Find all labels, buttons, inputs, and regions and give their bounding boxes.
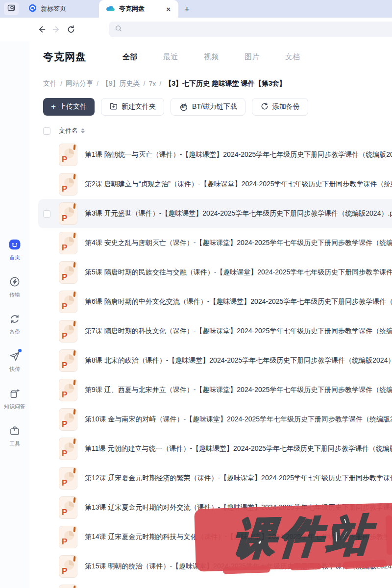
toolbar: + 上传文件 新建文件夹 BT <box>29 88 392 116</box>
tab-search-icon <box>7 4 15 14</box>
sidebar-item-knowledge-qa[interactable]: 知识问答 <box>0 387 29 410</box>
backup-circle-icon <box>260 102 269 112</box>
sidebar-item-home[interactable]: 首页 <box>0 238 29 261</box>
table-row[interactable]: P 第1课 隋朝统一与灭亡（课件）-【趣味课堂】2024-2025学年七年级历史… <box>38 140 392 170</box>
tab-video[interactable]: 视频 <box>204 52 219 62</box>
breadcrumb-item[interactable]: 7x <box>148 80 156 88</box>
table-row[interactable]: P 第8课 北宋的政治（课件）-【趣味课堂】2024-2025学年七年级历史下册… <box>38 346 392 375</box>
bt-download-label: BT/磁力链下载 <box>192 102 237 111</box>
watermark-text: 课件站 <box>227 506 376 568</box>
browser-navbar <box>0 18 392 41</box>
tab-title: 夸克网盘 <box>119 4 161 13</box>
upload-file-button[interactable]: + 上传文件 <box>43 98 95 116</box>
browser-tab-quark-drive[interactable]: 夸克网盘 × <box>99 0 178 18</box>
sidebar: 首页 传输 备份 <box>0 41 29 588</box>
forward-button[interactable] <box>49 22 64 37</box>
table-row[interactable]: P 第12课 辽宋夏金元时期经济的繁荣（课件）-【趣味课堂】2024-2025学… <box>38 464 392 493</box>
cloud-drive-icon <box>106 5 115 13</box>
file-name: 第9课 辽、西夏与北宋并立（课件）-【趣味课堂】2024-2025学年七年级历史… <box>85 386 392 394</box>
transfer-icon <box>8 275 21 288</box>
breadcrumb-item[interactable]: 网站分享 <box>66 79 93 88</box>
view-tabs: 全部 最近 视频 图片 文档 <box>122 52 300 62</box>
ppt-file-icon: P <box>59 555 77 578</box>
file-name: 第6课 隋唐时期的中外文化交流（课件）-【趣味课堂】2024-2025学年七年级… <box>85 297 392 306</box>
ppt-file-icon: P <box>59 379 77 401</box>
ppt-file-icon: P <box>59 261 77 284</box>
bt-icon-label: BT <box>179 105 189 108</box>
sort-icon[interactable] <box>81 128 85 133</box>
ppt-file-icon: P <box>59 349 77 372</box>
ppt-file-icon: P <box>59 467 77 490</box>
bt-magnet-download-button[interactable]: BT BT/磁力链下载 <box>171 98 245 116</box>
file-name: 第11课 元朝的建立与统一（课件）-【趣味课堂】2024-2025学年七年级历史… <box>85 444 392 453</box>
sidebar-item-tools[interactable]: 工具 <box>0 424 29 447</box>
file-name: 第10课 金与南宋的对峙（课件）-【趣味课堂】2024-2025学年七年级历史下… <box>85 415 392 424</box>
sidebar-item-quick-send[interactable]: 快传 <box>0 350 29 373</box>
toolbox-icon <box>8 424 21 437</box>
file-name: 第4课 安史之乱与唐朝灭亡（课件）-【趣味课堂】2024-2025学年七年级历史… <box>85 239 392 247</box>
row-checkbox[interactable] <box>43 210 50 218</box>
breadcrumb-item[interactable]: 【9】历史类 <box>102 79 140 88</box>
folder-plus-icon <box>109 102 118 112</box>
table-row[interactable]: P 第11课 元朝的建立与统一（课件）-【趣味课堂】2024-2025学年七年级… <box>38 434 392 464</box>
select-all-checkbox[interactable] <box>43 127 50 135</box>
bt-download-icon: BT <box>179 102 189 112</box>
sidebar-item-label: 知识问答 <box>4 403 25 410</box>
breadcrumb-item[interactable]: 文件 <box>43 79 57 88</box>
plus-icon: + <box>51 102 56 111</box>
breadcrumb-separator: / <box>97 80 98 88</box>
tab-all[interactable]: 全部 <box>122 52 137 62</box>
breadcrumb-separator: / <box>159 80 161 88</box>
page-title: 夸克网盘 <box>43 50 86 64</box>
breadcrumb-item-current: 【3】七下历史 趣味课堂 课件【第3套】 <box>165 79 286 88</box>
tab-title: 新标签页 <box>41 4 92 13</box>
table-row-hovered[interactable]: P 第3课 开元盛世（课件）-【趣味课堂】2024-2025学年七年级历史下册同… <box>38 199 392 228</box>
sidebar-item-label: 传输 <box>9 291 20 298</box>
upload-file-label: 上传文件 <box>59 102 87 111</box>
new-tab-button[interactable]: + <box>184 4 190 15</box>
ppt-file-icon: P <box>59 291 77 313</box>
back-button[interactable] <box>34 22 49 37</box>
tab-image[interactable]: 图片 <box>245 52 259 62</box>
ppt-file-icon: P <box>59 232 77 254</box>
table-row[interactable]: P 第2课 唐朝建立与“贞观之治”（课件）-【趣味课堂】2024-2025学年七… <box>38 170 392 199</box>
search-input[interactable] <box>109 22 392 37</box>
table-row[interactable]: P 第4课 安史之乱与唐朝灭亡（课件）-【趣味课堂】2024-2025学年七年级… <box>38 228 392 258</box>
ppt-file-icon: P <box>59 496 77 519</box>
notification-dot <box>18 349 22 352</box>
ppt-file-icon: P <box>59 173 77 196</box>
breadcrumb: 文件 / 网站分享 / 【9】历史类 / 7x / 【3】七下历史 趣味课堂 课… <box>29 64 392 88</box>
add-backup-button[interactable]: 添加备份 <box>252 98 308 116</box>
stamp-distress-blob <box>290 563 321 570</box>
sidebar-item-label: 首页 <box>9 254 20 261</box>
file-name: 第7课 隋唐时期的科技文化（课件）-【趣味课堂】2024-2025学年七年级历史… <box>85 327 392 336</box>
table-row[interactable]: P 第5课 隋唐时期的民族交往与交融（课件）-【趣味课堂】2024-2025学年… <box>38 258 392 287</box>
ppt-file-icon: P <box>59 408 77 431</box>
table-row[interactable]: P 第10课 金与南宋的对峙（课件）-【趣味课堂】2024-2025学年七年级历… <box>38 405 392 434</box>
table-row[interactable]: P 第9课 辽、西夏与北宋并立（课件）-【趣味课堂】2024-2025学年七年级… <box>38 375 392 405</box>
ppt-file-icon: P <box>59 320 77 343</box>
backup-sync-icon <box>8 313 21 325</box>
browser-tab-newtab[interactable]: 新标签页 <box>22 0 99 18</box>
sidebar-item-backup[interactable]: 备份 <box>0 313 29 336</box>
home-icon <box>8 238 21 251</box>
close-icon[interactable]: × <box>165 5 172 13</box>
ppt-file-icon: P <box>59 585 77 588</box>
new-folder-button[interactable]: 新建文件夹 <box>101 98 164 116</box>
filename-column-header[interactable]: 文件名 <box>59 126 78 135</box>
stamp-distress-blob <box>386 515 392 555</box>
sidebar-item-label: 备份 <box>9 328 20 336</box>
table-row[interactable]: P 第7课 隋唐时期的科技文化（课件）-【趣味课堂】2024-2025学年七年级… <box>38 317 392 346</box>
knowledge-box-icon <box>8 387 21 400</box>
sidebar-item-label: 快传 <box>9 366 20 373</box>
tab-document[interactable]: 文档 <box>285 52 300 62</box>
table-row-partial[interactable]: P <box>38 581 392 588</box>
quark-logo-icon <box>28 4 37 14</box>
breadcrumb-separator: / <box>144 80 146 88</box>
tab-recent[interactable]: 最近 <box>163 52 178 62</box>
new-folder-label: 新建文件夹 <box>122 102 156 111</box>
sidebar-item-transfer[interactable]: 传输 <box>0 275 29 298</box>
refresh-button[interactable] <box>64 22 78 37</box>
table-row[interactable]: P 第6课 隋唐时期的中外文化交流（课件）-【趣味课堂】2024-2025学年七… <box>38 287 392 317</box>
tab-search-button[interactable] <box>4 2 19 15</box>
